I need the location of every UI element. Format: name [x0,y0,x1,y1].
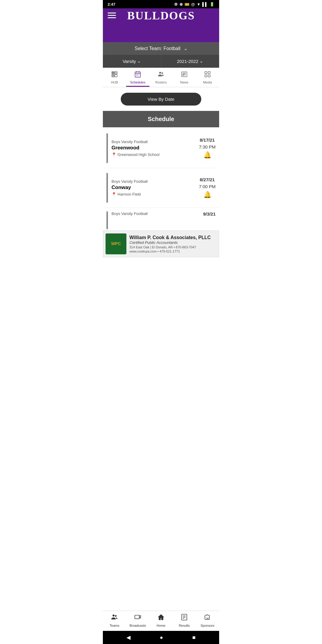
battery-icon: 🔋 [210,2,214,7]
app-header: BULLDOGS [103,8,219,42]
team-selector-arrow: ⌄ [184,46,188,51]
svg-rect-3 [115,75,117,77]
alert-bell-icon[interactable]: 🔔 [203,191,211,199]
menu-button[interactable] [108,13,116,18]
game-type: Boys Varsity Football [112,211,199,216]
ad-website: www.cookcpa.com • 479-521-1771 [129,250,211,253]
rosters-icon [157,71,165,80]
game-time: 8/17/21 7:30 PM 🔔 [199,137,216,159]
game-type: Boys Varsity Football [112,140,195,144]
view-by-date-button[interactable]: View By Date [121,93,201,106]
tab-news-label: News [180,80,188,84]
tab-rosters-label: Rosters [155,80,167,84]
id-icon: 🎫 [185,2,189,7]
tab-hub[interactable]: HUB [103,68,126,87]
game-item[interactable]: Boys Varsity Football Greenwood 📍 Greenw… [103,129,219,168]
tab-media[interactable]: Media [196,68,219,87]
game-date: 9/3/21 [203,211,216,216]
tab-schedules[interactable]: Schedules [126,68,149,87]
svg-point-18 [162,72,163,74]
game-bar [106,211,108,229]
hub-icon [111,71,118,80]
nav-tabs: HUB Schedules R [103,68,219,87]
status-bar: 2:47 ⚙ ⊕ 🎫 @ ▼ ▌▌ 🔋 [103,0,219,8]
wifi-icon: ▼ [197,2,201,7]
tab-media-label: Media [203,80,212,84]
svg-rect-25 [208,72,210,74]
level-value: Varsity [123,59,136,64]
alert-bell-icon[interactable]: 🔔 [203,151,211,159]
ad-company-name: William P. Cook & Associates, PLLC [129,235,211,240]
game-bar [106,173,108,203]
game-hour: 7:30 PM [199,144,216,149]
schedules-icon [134,71,141,80]
level-selector[interactable]: Varsity ⌄ [103,55,161,67]
team-selector-label: Select Team: [134,46,162,51]
settings-icon: ⚙ [174,2,178,7]
svg-point-4 [112,72,114,73]
level-arrow: ⌄ [137,58,141,64]
svg-rect-21 [183,74,184,75]
game-item-partial[interactable]: Boys Varsity Football 9/3/21 [103,208,219,230]
ad-text: William P. Cook & Associates, PLLC Certi… [129,235,211,253]
svg-rect-19 [182,72,187,77]
location-pin-icon: 📍 [112,192,116,196]
ad-subtitle: Certified Public Accountants [129,240,211,245]
game-location: 📍 Greenwood High School [112,152,195,157]
ad-logo: WPC [106,233,126,254]
year-arrow: ⌄ [199,58,203,64]
svg-rect-27 [208,75,210,77]
game-date: 8/17/21 [200,137,215,143]
svg-rect-26 [205,75,207,77]
svg-point-5 [116,72,116,73]
tab-news[interactable]: News [173,68,196,87]
game-date: 8/27/21 [200,177,215,182]
app-title: BULLDOGS [127,9,195,22]
game-info: Boys Varsity Football Conway 📍 Harmon Fi… [112,179,195,196]
status-icons: ⚙ ⊕ 🎫 @ ▼ ▌▌ 🔋 [174,2,214,7]
game-location: 📍 Harmon Field [112,192,195,196]
year-value: 2021-2022 [177,59,198,64]
schedule-header: Schedule [103,111,219,127]
sub-selectors: Varsity ⌄ 2021-2022 ⌄ [103,55,219,68]
team-selector[interactable]: Select Team: Football ⌄ [103,42,219,55]
status-time: 2:47 [108,2,115,7]
game-time: 9/3/21 [203,211,216,216]
ad-banner: WPC William P. Cook & Associates, PLLC C… [103,230,219,257]
game-item[interactable]: Boys Varsity Football Conway 📍 Harmon Fi… [103,168,219,208]
game-info: Boys Varsity Football [112,211,199,217]
news-icon [181,71,188,80]
view-by-date-section: View By Date [103,87,219,111]
game-opponent: Conway [112,185,195,191]
ad-address: 314 East Oak | El Dorado, AR • 870-863-7… [129,245,211,249]
vpn-icon: ⊕ [179,2,183,7]
team-selector-value: Football [163,46,180,51]
media-icon [204,71,211,80]
location-pin-icon: 📍 [112,152,116,157]
game-opponent: Greenwood [112,145,195,151]
svg-point-17 [159,72,161,74]
svg-rect-24 [205,72,207,74]
tab-schedules-label: Schedules [130,80,145,84]
at-icon: @ [191,2,195,7]
tab-rosters[interactable]: Rosters [149,68,173,87]
signal-icon: ▌▌ [202,2,208,7]
tab-hub-label: HUB [111,80,118,84]
game-hour: 7:00 PM [199,184,216,189]
game-time: 8/27/21 7:00 PM 🔔 [199,177,216,199]
game-info: Boys Varsity Football Greenwood 📍 Greenw… [112,140,195,157]
game-bar [106,133,108,163]
game-type: Boys Varsity Football [112,179,195,184]
year-selector[interactable]: 2021-2022 ⌄ [161,55,219,67]
